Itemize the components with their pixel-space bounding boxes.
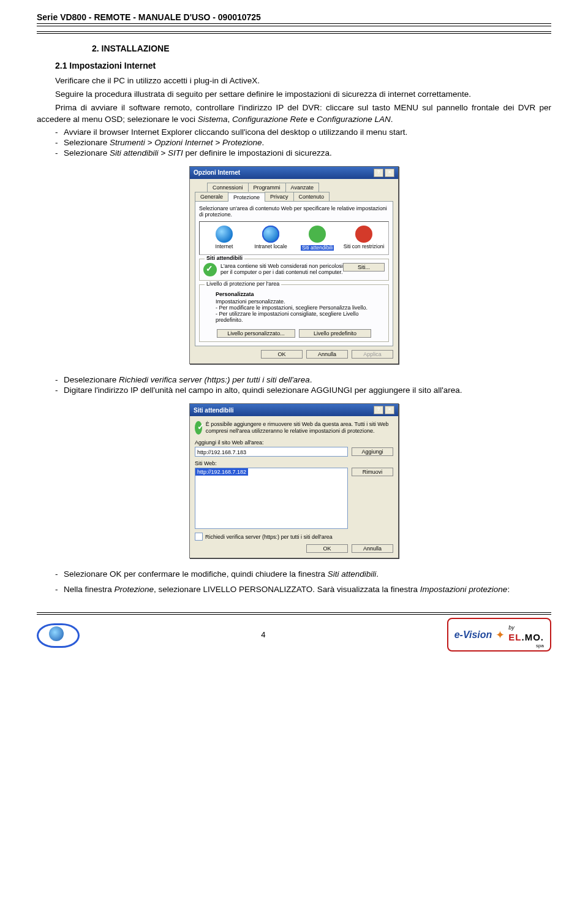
page-header: Serie VD800 - REMOTE - MANUALE D'USO - 0… <box>37 12 551 22</box>
tab-protezione[interactable]: Protezione <box>228 192 265 202</box>
sites-button[interactable]: Siti... <box>343 263 385 272</box>
paragraph: Seguire la procedura illustrata di segui… <box>37 89 551 100</box>
check-icon <box>195 421 202 435</box>
add-site-input[interactable]: http://192.168.7.183 <box>195 447 348 457</box>
dialog-trusted-sites: Siti attendibili ? × È possibile aggiung… <box>189 403 399 558</box>
list-item: Selezionare Siti attendibili > SITI per … <box>64 148 551 158</box>
list-item: Avviare il browser Internet Explorer cli… <box>64 127 551 137</box>
cancel-button[interactable]: Annulla <box>352 544 393 553</box>
dialog-titlebar: Siti attendibili ? × <box>190 404 398 416</box>
stop-icon <box>355 226 372 243</box>
ok-button[interactable]: OK <box>261 350 303 359</box>
zone-restricted[interactable]: Siti con restrizioni <box>342 226 385 251</box>
zone-intranet[interactable]: Intranet locale <box>249 226 292 251</box>
level-desc: - Per utilizzare le impostazioni consigl… <box>216 311 382 323</box>
zone-internet[interactable]: Internet <box>203 226 246 251</box>
default-level-button[interactable]: Livello predefinito <box>299 329 371 338</box>
dialog-internet-options: Opzioni Internet ? × Connessioni Program… <box>189 166 399 364</box>
check-icon <box>203 263 217 276</box>
field-label: Aggiungi il sito Web all'area: <box>195 439 393 446</box>
subsection-heading: 2.1 Impostazioni Internet <box>55 61 551 70</box>
sites-listbox[interactable]: http://192.168.7.182 <box>195 468 348 529</box>
star-icon: ✦ <box>496 628 505 642</box>
field-label: Siti Web: <box>195 460 393 466</box>
brand-badge: e-Vision ✦ by EL.MO. spa <box>447 618 551 652</box>
section-heading: 2. INSTALLAZIONE <box>92 44 551 53</box>
list-item: Nella finestra Protezione, selezionare L… <box>64 585 551 594</box>
close-icon[interactable]: × <box>385 406 394 414</box>
page-number: 4 <box>261 630 265 639</box>
custom-level-button[interactable]: Livello personalizzato... <box>217 329 295 338</box>
tab-contenuto[interactable]: Contenuto <box>293 192 330 201</box>
eye-logo-icon <box>37 623 80 647</box>
group-title: Livello di protezione per l'area <box>205 281 281 287</box>
dialog-message: È possibile aggiungere e rimuovere siti … <box>206 421 393 435</box>
remove-button[interactable]: Rimuovi <box>352 468 393 476</box>
paragraph: Prima di avviare il software remoto, con… <box>37 102 551 124</box>
dialog-titlebar: Opzioni Internet ? × <box>190 167 398 179</box>
help-icon[interactable]: ? <box>374 169 383 177</box>
list-item: Deselezionare Richiedi verifica server (… <box>64 375 551 384</box>
list-item: Digitare l'indirizzo IP dell'unità nel c… <box>64 386 551 395</box>
tab-generale[interactable]: Generale <box>195 192 228 201</box>
tab-connessioni[interactable]: Connessioni <box>207 183 249 192</box>
verify-checkbox[interactable] <box>195 533 203 541</box>
list-item: Selezionare OK per confermare le modific… <box>64 569 551 579</box>
globe-icon <box>216 226 233 243</box>
bullet-list: -Avviare il browser Internet Explorer cl… <box>55 127 551 158</box>
zone-description: Selezionare un'area di contenuto Web per… <box>199 205 389 218</box>
tab-programmi[interactable]: Programmi <box>248 183 286 192</box>
zone-selector[interactable]: Internet Intranet locale Siti attendibil… <box>199 221 389 255</box>
level-desc: Impostazioni personalizzate. <box>216 298 382 305</box>
ok-button[interactable]: OK <box>306 544 348 553</box>
level-desc: - Per modificare le impostazioni, scegli… <box>216 305 382 311</box>
apply-button[interactable]: Applica <box>352 350 393 359</box>
cancel-button[interactable]: Annulla <box>306 350 348 359</box>
help-icon[interactable]: ? <box>374 406 383 414</box>
zone-trusted[interactable]: Siti attendibili <box>296 226 339 251</box>
list-item: Selezionare Strumenti > Opzioni Internet… <box>64 138 551 147</box>
bullet-list: -Nella finestra Protezione, selezionare … <box>55 585 551 594</box>
check-icon <box>309 226 326 243</box>
bullet-list: -Selezionare OK per confermare le modifi… <box>55 569 551 579</box>
close-icon[interactable]: × <box>385 169 394 177</box>
tab-privacy[interactable]: Privacy <box>265 192 294 201</box>
group-text: L'area contiene siti Web considerati non… <box>221 263 343 275</box>
level-name: Personalizzata <box>216 291 382 297</box>
checkbox-label: Richiedi verifica server (https:) per tu… <box>205 534 333 540</box>
group-title: Siti attendibili <box>205 255 244 261</box>
globe-icon <box>262 226 279 243</box>
tab-avanzate[interactable]: Avanzate <box>285 183 319 192</box>
bullet-list: -Deselezionare Richiedi verifica server … <box>55 375 551 395</box>
page-footer: 4 e-Vision ✦ by EL.MO. spa <box>37 612 551 652</box>
list-item[interactable]: http://192.168.7.182 <box>195 468 248 476</box>
add-button[interactable]: Aggiungi <box>352 447 393 456</box>
paragraph: Verificare che il PC in utilizzo accetti… <box>55 75 551 86</box>
